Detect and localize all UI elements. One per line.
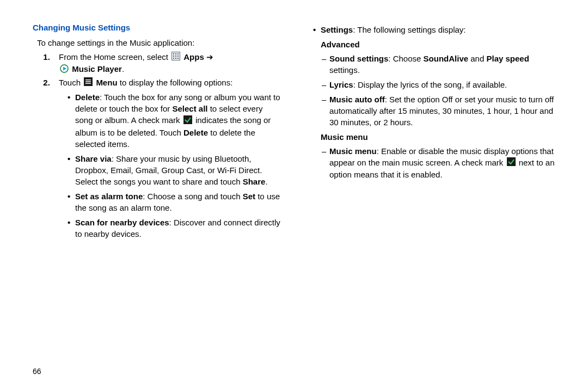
music-menu-label: Music menu [329,146,377,156]
svg-rect-1 [173,53,174,54]
set-label: Set [243,192,255,201]
settings-text: : The following settings display: [353,25,465,34]
option-share: Share via: Share your music by using Blu… [68,153,280,187]
option-lyrics: Lyrics: Display the lyrics of the song, … [322,79,561,90]
play-speed-label: Play speed [486,54,529,63]
share-label-2: Share [243,177,266,186]
advanced-heading: Advanced [321,39,561,51]
checkmark-icon [183,115,192,127]
share-label: Share via [75,154,112,163]
select-all-label: Select all [172,104,207,113]
svg-rect-2 [175,53,176,54]
svg-rect-13 [85,82,91,83]
step-2: Touch Menu to display the following opti… [52,77,280,239]
settings-root: Settings: The following settings display… [313,24,561,35]
page-number: 66 [33,367,41,376]
lyrics-text: : Display the lyrics of the song, if ava… [353,80,507,89]
svg-rect-7 [173,58,174,59]
steps-list: From the Home screen, select Apps ➔ [42,51,280,240]
svg-rect-12 [85,79,91,81]
svg-rect-5 [175,56,176,57]
menu-label: Menu [96,78,117,87]
lyrics-label: Lyrics [329,80,353,89]
svg-rect-4 [173,56,174,57]
option-sound-settings: Sound settings: Choose SoundAlive and Pl… [322,53,561,76]
section-title: Changing Music Settings [33,22,280,34]
delete-label-2: Delete [183,128,208,137]
svg-rect-15 [183,115,192,124]
checkmark-icon [507,157,516,169]
option-settings: Settings: The following settings display… [313,24,561,35]
option-music-menu: Music menu: Enable or disable the music … [322,145,561,181]
svg-rect-9 [177,58,179,59]
sound-text-b: and [468,54,486,63]
step1-dot: . [122,64,124,74]
option-scan: Scan for nearby devices: Discover and co… [68,217,280,240]
music-menu-list: Music menu: Enable or disable the music … [313,145,561,181]
right-column: Settings: The following settings display… [313,22,561,370]
step2-text-a: Touch [59,78,83,87]
svg-rect-6 [177,56,179,57]
options-list: Delete: Touch the box for any song or al… [59,91,280,240]
sound-text-c: settings. [329,65,360,75]
step-1: From the Home screen, select Apps ➔ [52,51,280,76]
apps-grid-icon [171,52,180,64]
sound-text-a: : Choose [388,54,423,63]
share-text-b: . [265,177,267,186]
scan-label: Scan for nearby devices [75,218,169,227]
sound-settings-label: Sound settings [329,54,388,63]
option-music-auto-off: Music auto off: Set the option Off or se… [322,94,561,128]
delete-label: Delete [75,93,100,102]
music-menu-heading: Music menu [321,131,561,143]
svg-rect-3 [177,53,179,54]
alarm-text-a: : Choose a song and touch [143,192,242,201]
svg-rect-14 [85,83,91,84]
option-delete: Delete: Touch the box for any song or al… [68,91,280,150]
svg-rect-8 [175,58,176,59]
music-player-label: Music Player [72,64,122,74]
arrow: ➔ [204,52,213,62]
step2-text-b: to display the following options: [118,78,233,87]
soundalive-label: SoundAlive [424,54,469,63]
option-alarm: Set as alarm tone: Choose a song and tou… [68,191,280,213]
svg-rect-16 [507,157,516,166]
step1-text-a: From the Home screen, select [59,52,170,62]
alarm-label: Set as alarm tone [75,192,143,201]
music-player-icon [60,64,69,76]
auto-off-label: Music auto off [329,95,385,104]
advanced-list: Sound settings: Choose SoundAlive and Pl… [313,53,561,128]
apps-label: Apps [183,52,204,62]
menu-icon [84,77,93,89]
intro-text: To change settings in the Music applicat… [37,37,280,49]
left-column: Changing Music Settings To change settin… [33,22,280,370]
page: Changing Music Settings To change settin… [0,0,588,381]
settings-label: Settings [321,25,353,34]
